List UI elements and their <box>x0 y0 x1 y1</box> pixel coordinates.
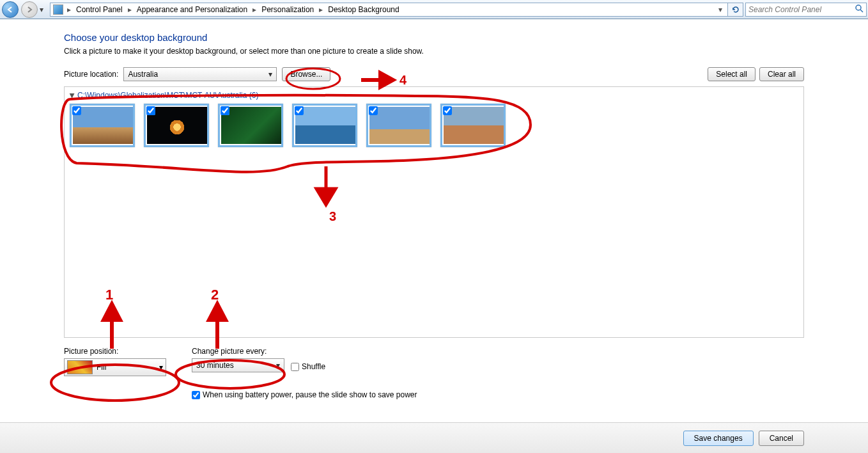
thumbnail[interactable] <box>144 104 209 147</box>
collapse-icon: ▶ <box>69 93 76 98</box>
interval-value: 30 minutes <box>196 361 234 370</box>
chevron-right-icon: ▸ <box>125 5 134 14</box>
thumbnail-image <box>147 107 207 144</box>
bottom-controls: Picture position: Fill ▾ Change picture … <box>64 347 804 399</box>
thumbnail-checkbox[interactable] <box>221 106 229 115</box>
battery-row: When using battery power, pause the slid… <box>192 390 417 399</box>
thumbnail-image <box>295 107 355 144</box>
thumbnail-checkbox[interactable] <box>146 106 155 115</box>
refresh-button[interactable] <box>728 3 743 17</box>
thumbnail-list <box>70 104 798 147</box>
image-panel: ▶ C:\Windows\Globalization\MCT\MCT-AU\Au… <box>64 86 804 338</box>
chevron-down-icon: ▾ <box>268 70 272 79</box>
forward-button[interactable] <box>20 1 38 18</box>
back-button[interactable] <box>1 1 19 18</box>
position-preview-icon <box>67 360 93 374</box>
thumbnail[interactable] <box>366 104 431 147</box>
browse-button[interactable]: Browse... <box>282 67 330 81</box>
action-bar: Save changes Cancel <box>0 422 868 453</box>
picture-location-value: Australia <box>128 70 158 79</box>
chevron-right-icon: ▸ <box>65 5 74 14</box>
page-subtext: Click a picture to make it your desktop … <box>64 47 804 56</box>
save-changes-button[interactable]: Save changes <box>683 431 754 446</box>
group-header[interactable]: ▶ C:\Windows\Globalization\MCT\MCT-AU\Au… <box>70 91 798 100</box>
battery-label: When using battery power, pause the slid… <box>203 390 417 399</box>
search-input[interactable] <box>748 5 855 14</box>
thumbnail-checkbox[interactable] <box>72 106 81 115</box>
select-all-button[interactable]: Select all <box>708 67 756 81</box>
thumbnail[interactable] <box>292 104 357 147</box>
history-dropdown[interactable]: ▾ <box>40 5 47 14</box>
control-panel-icon <box>53 4 63 15</box>
thumbnail-checkbox[interactable] <box>369 106 378 115</box>
svg-line-1 <box>860 10 863 12</box>
interval-group: Change picture every: 30 minutes ▾ Shuff… <box>192 347 417 399</box>
thumbnail-image <box>221 107 281 144</box>
thumbnail[interactable] <box>70 104 135 147</box>
thumbnail[interactable] <box>218 104 283 147</box>
shuffle-label: Shuffle <box>302 362 325 371</box>
chevron-down-icon: ▾ <box>159 363 163 372</box>
cancel-button[interactable]: Cancel <box>759 431 804 446</box>
picture-position-label: Picture position: <box>64 347 166 356</box>
thumbnail-checkbox[interactable] <box>295 106 304 115</box>
chevron-down-icon: ▾ <box>276 361 280 370</box>
picture-location-row: Picture location: Australia ▾ Browse... … <box>64 67 804 81</box>
address-bar: ▾ ▸ Control Panel ▸ Appearance and Perso… <box>0 0 868 19</box>
picture-position-group: Picture position: Fill ▾ <box>64 347 166 376</box>
interval-select[interactable]: 30 minutes ▾ <box>192 358 284 372</box>
thumbnail-image <box>444 107 504 144</box>
chevron-right-icon: ▸ <box>250 5 259 14</box>
thumbnail-image <box>73 107 133 144</box>
search-icon[interactable] <box>855 4 864 15</box>
clear-all-button[interactable]: Clear all <box>759 67 804 81</box>
chevron-right-icon: ▸ <box>316 5 325 14</box>
breadcrumb-bar[interactable]: ▸ Control Panel ▸ Appearance and Persona… <box>50 3 728 17</box>
page-title: Choose your desktop background <box>64 32 804 43</box>
refresh-icon <box>731 5 740 14</box>
address-dropdown-icon[interactable]: ▾ <box>716 5 725 14</box>
crumb-personalization[interactable]: Personalization <box>260 5 315 14</box>
group-path: C:\Windows\Globalization\MCT\MCT-AU\Aust… <box>77 91 258 100</box>
shuffle-checkbox[interactable] <box>291 363 299 371</box>
picture-position-value: Fill <box>97 363 106 372</box>
crumb-appearance[interactable]: Appearance and Personalization <box>136 5 249 14</box>
svg-point-0 <box>856 5 861 10</box>
thumbnail-image <box>369 107 430 144</box>
thumbnail-checkbox[interactable] <box>443 106 452 115</box>
main-content: Choose your desktop background Click a p… <box>0 19 868 399</box>
battery-checkbox[interactable] <box>192 391 200 399</box>
search-box[interactable] <box>745 3 867 17</box>
crumb-control-panel[interactable]: Control Panel <box>75 5 124 14</box>
shuffle-row: Shuffle <box>291 362 325 371</box>
picture-position-select[interactable]: Fill ▾ <box>64 358 166 376</box>
thumbnail[interactable] <box>440 104 506 147</box>
interval-label: Change picture every: <box>192 347 417 356</box>
picture-location-label: Picture location: <box>64 70 118 79</box>
crumb-desktop-background[interactable]: Desktop Background <box>327 5 400 14</box>
picture-location-select[interactable]: Australia ▾ <box>123 67 277 81</box>
